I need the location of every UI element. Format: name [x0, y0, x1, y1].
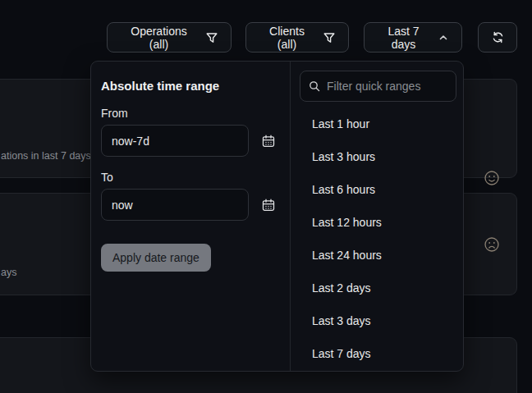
quick-ranges-section: Last 1 hour Last 3 hours Last 6 hours La…	[291, 62, 463, 371]
panel-subtitle-truncated: ations in last 7 days	[1, 150, 91, 162]
chevron-up-icon	[438, 32, 449, 43]
apply-date-range-button[interactable]: Apply date range	[101, 244, 211, 272]
to-input[interactable]	[101, 189, 249, 221]
absolute-time-range-section: Absolute time range From	[91, 62, 291, 371]
from-calendar-button[interactable]	[261, 134, 276, 149]
operations-filter-label: Operations (all)	[120, 25, 198, 51]
quick-range-option-last-3-hours[interactable]: Last 3 hours	[291, 140, 463, 173]
panel-subtitle-truncated: ays	[1, 267, 16, 278]
to-label: To	[101, 171, 280, 184]
time-picker-dropdown: Absolute time range From	[90, 61, 464, 372]
quick-range-option-last-3-days[interactable]: Last 3 days	[291, 304, 463, 337]
from-label: From	[101, 107, 280, 120]
quick-range-option-last-7-days[interactable]: Last 7 days	[291, 337, 463, 370]
absolute-time-range-title: Absolute time range	[101, 79, 280, 93]
clients-filter-button[interactable]: Clients (all)	[245, 22, 349, 53]
refresh-sync-icon	[491, 30, 505, 44]
time-range-label: Last 7 days	[377, 25, 430, 51]
filter-funnel-icon	[323, 31, 336, 44]
to-calendar-button[interactable]	[261, 198, 276, 212]
refresh-button[interactable]	[478, 22, 517, 53]
calendar-icon	[261, 198, 276, 212]
search-icon	[309, 80, 320, 92]
filter-quick-ranges-input[interactable]	[327, 80, 447, 93]
quick-range-option-last-24-hours[interactable]: Last 24 hours	[291, 239, 463, 272]
quick-range-option-last-6-hours[interactable]: Last 6 hours	[291, 173, 463, 206]
from-input[interactable]	[101, 125, 249, 157]
quick-ranges-search[interactable]	[300, 71, 456, 102]
quick-range-option-last-1-hour[interactable]: Last 1 hour	[291, 107, 463, 140]
operations-filter-button[interactable]: Operations (all)	[107, 22, 232, 53]
calendar-icon	[261, 134, 276, 149]
happy-face-icon	[484, 170, 500, 190]
clients-filter-label: Clients (all)	[259, 25, 315, 51]
quick-ranges-list: Last 1 hour Last 3 hours Last 6 hours La…	[291, 107, 463, 370]
quick-range-option-last-2-days[interactable]: Last 2 days	[291, 272, 463, 304]
time-range-button[interactable]: Last 7 days	[364, 22, 462, 53]
filter-funnel-icon	[205, 31, 218, 44]
quick-range-option-last-12-hours[interactable]: Last 12 hours	[291, 206, 463, 239]
